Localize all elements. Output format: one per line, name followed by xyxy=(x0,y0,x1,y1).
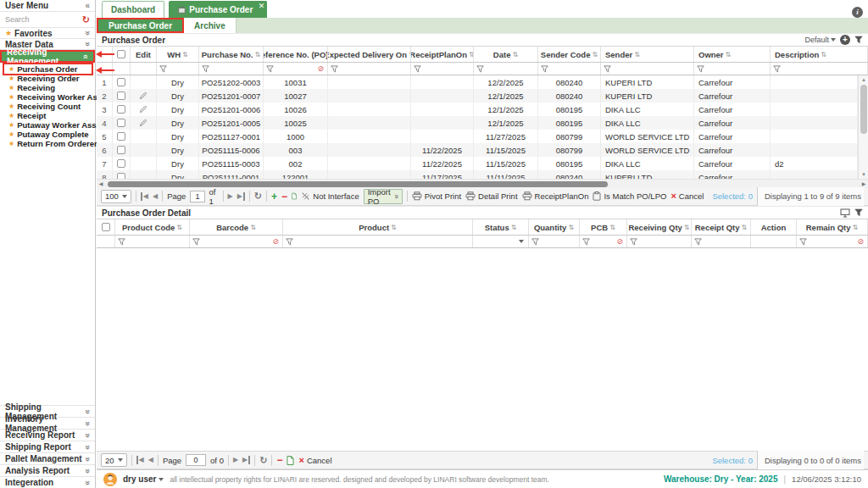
select-all-checkbox[interactable] xyxy=(117,50,125,58)
export-excel-icon[interactable] xyxy=(292,191,297,201)
next-page-button[interactable]: ▶ xyxy=(228,192,233,201)
is-match-po-lpo-button[interactable]: Is Match PO/LPO xyxy=(593,191,666,201)
collapse-sidebar-icon[interactable]: « xyxy=(85,2,90,10)
clear-filter-icon[interactable]: ⊘ xyxy=(857,237,864,246)
filter-funnel-icon[interactable] xyxy=(476,65,484,73)
prev-page-button[interactable]: ◀ xyxy=(153,192,158,201)
sidebar-item-receiving-order[interactable]: ★Receiving Order xyxy=(8,74,95,83)
column-header-description[interactable]: Description⇅ xyxy=(771,47,868,62)
filter-funnel-icon[interactable] xyxy=(266,65,274,73)
column-header-reference-no-po[interactable]: Reference No. (PO)⇅ xyxy=(264,47,328,62)
filter-funnel-icon[interactable] xyxy=(541,65,548,73)
checkbox[interactable] xyxy=(117,105,125,114)
filter-funnel-icon[interactable] xyxy=(854,208,863,217)
column-header-date[interactable]: Date⇅ xyxy=(474,47,538,62)
not-interface-button[interactable]: Not Interface xyxy=(301,191,359,201)
column-header-product[interactable]: Product⇅ xyxy=(283,219,473,235)
column-header-receiving-qty[interactable]: Receiving Qty⇅ xyxy=(627,219,692,235)
filter-cell-date[interactable] xyxy=(474,63,538,75)
export-excel-icon[interactable] xyxy=(287,456,294,465)
table-row[interactable]: 7DryPO251115-000300211/22/202511/15/2025… xyxy=(97,157,858,170)
sidebar-section-receiving-management[interactable]: Receiving Management » xyxy=(0,50,95,63)
table-row[interactable]: 2DryPO251201-00071002712/1/2025080240KUP… xyxy=(97,89,858,103)
filter-cell-receiving-qty[interactable] xyxy=(627,236,692,247)
filter-funnel-icon[interactable] xyxy=(414,65,421,73)
import-po-button[interactable]: Import PO » xyxy=(364,189,403,204)
column-header-expected-delivery-on[interactable]: Expected Delivery On⇅ xyxy=(328,47,411,62)
table-row[interactable]: 3DryPO251201-00061002612/1/2025080195DIK… xyxy=(97,103,858,116)
scroll-down-icon[interactable]: ▼ xyxy=(859,170,868,179)
filter-cell-expected-delivery-on[interactable] xyxy=(328,63,411,75)
checkbox[interactable] xyxy=(117,173,125,179)
column-header-barcode[interactable]: Barcode⇅ xyxy=(190,219,283,235)
checkbox[interactable] xyxy=(117,132,125,141)
column-header-purchase-no[interactable]: Purchase No.⇅ xyxy=(199,47,264,62)
filter-funnel-icon[interactable] xyxy=(697,65,704,73)
sidebar-section-integeration[interactable]: Integeration» xyxy=(0,476,95,488)
filter-cell-owner[interactable] xyxy=(694,63,771,75)
filter-funnel-icon[interactable] xyxy=(331,65,338,73)
table-row[interactable]: 4DryPO251201-00051002512/1/2025080195DIK… xyxy=(97,116,858,130)
sidebar-item-purchase-order[interactable]: ★Purchase Order xyxy=(8,64,95,74)
sidebar-section-inventory-management[interactable]: Inventory Management» xyxy=(0,417,95,429)
checkbox[interactable] xyxy=(117,146,125,154)
info-icon[interactable]: i xyxy=(852,7,863,18)
tab-purchase-order[interactable]: Purchase Order ✕ xyxy=(169,1,267,18)
filter-funnel-icon[interactable] xyxy=(118,238,125,246)
page-size-select[interactable]: 100 xyxy=(101,190,131,203)
column-header-pcb[interactable]: PCB⇅ xyxy=(580,219,627,235)
filter-funnel-icon[interactable] xyxy=(604,65,611,73)
filter-funnel-icon[interactable] xyxy=(799,238,807,246)
add-view-icon[interactable]: + xyxy=(840,35,850,45)
column-header-remain-qty[interactable]: Remain Qty⇅ xyxy=(797,219,868,235)
filter-cell-sender[interactable] xyxy=(601,63,694,75)
column-header-receiptplanon[interactable]: ReceiptPlanOn⇅ xyxy=(411,47,474,62)
filter-funnel-icon[interactable] xyxy=(531,238,539,246)
user-menu-header[interactable]: User Menu « xyxy=(0,0,95,12)
remove-row-icon[interactable]: − xyxy=(281,191,287,202)
subtab-purchase-order[interactable]: Purchase Order xyxy=(97,18,184,33)
filter-funnel-icon[interactable] xyxy=(630,238,637,246)
sidebar-item-return-from-orderer[interactable]: ★Return From Orderer xyxy=(8,139,95,148)
filter-funnel-icon[interactable] xyxy=(854,36,863,44)
cancel-button[interactable]: × Cancel xyxy=(298,456,331,465)
sidebar-item-putaway-complete[interactable]: ★Putaway Complete xyxy=(8,130,95,139)
search-input[interactable] xyxy=(5,15,73,24)
column-header-quantity[interactable]: Quantity⇅ xyxy=(529,219,580,235)
sidebar-item-receipt[interactable]: ★Receipt xyxy=(8,111,95,120)
filter-cell-wh[interactable] xyxy=(157,63,199,75)
column-header-product-code[interactable]: Product Code⇅ xyxy=(115,219,190,235)
table-row[interactable]: 6DryPO251115-000600311/22/202511/15/2025… xyxy=(97,143,858,157)
filter-funnel-icon[interactable] xyxy=(192,238,200,246)
vertical-scroll-thumb[interactable] xyxy=(860,85,867,134)
filter-cell-status[interactable] xyxy=(473,236,529,247)
refresh-icon[interactable]: ↻ xyxy=(259,456,267,465)
filter-cell-product[interactable] xyxy=(283,236,473,247)
table-row[interactable]: 1DryPO251202-00031003112/2/2025080240KUP… xyxy=(97,75,858,89)
column-header-owner[interactable]: Owner⇅ xyxy=(694,47,771,62)
filter-cell-reference-no-po[interactable]: ⊘ xyxy=(264,63,328,75)
filter-cell-receipt-qty[interactable] xyxy=(692,236,751,247)
receiptplanon-print-button[interactable]: ReceiptPlanOn xyxy=(522,191,589,201)
page-input[interactable]: 1 xyxy=(190,191,204,202)
sidebar-item-receiving-count[interactable]: ★Receiving Count xyxy=(8,102,95,111)
filter-funnel-icon[interactable] xyxy=(286,238,293,246)
filter-funnel-icon[interactable] xyxy=(202,65,209,73)
filter-funnel-icon[interactable] xyxy=(582,238,590,246)
sidebar-section-shipping-report[interactable]: Shipping Report» xyxy=(0,441,95,452)
filter-funnel-icon[interactable] xyxy=(773,65,781,73)
checkbox[interactable] xyxy=(117,78,125,86)
clear-filter-icon[interactable]: ⊘ xyxy=(317,64,324,73)
horizontal-scroll-thumb[interactable] xyxy=(108,181,608,187)
add-row-icon[interactable]: + xyxy=(271,191,277,202)
sidebar-item-receiving[interactable]: ★Receiving xyxy=(8,83,95,92)
vertical-scrollbar[interactable]: ▲ ▼ xyxy=(858,75,868,179)
filter-cell-pcb[interactable]: ⊘ xyxy=(580,236,627,247)
subtab-archive[interactable]: Archive xyxy=(184,18,236,33)
cancel-button[interactable]: × Cancel xyxy=(670,191,704,201)
filter-cell-receiptplanon[interactable] xyxy=(411,63,474,75)
scroll-left-icon[interactable]: ◀ xyxy=(97,180,105,188)
sidebar-item-receiving-worker-assign[interactable]: ★Receiving Worker Assign xyxy=(8,92,95,102)
table-row[interactable]: 5DryPO251127-0001100011/27/2025080799WOR… xyxy=(97,130,858,143)
sync-icon[interactable]: ↻ xyxy=(82,15,90,24)
